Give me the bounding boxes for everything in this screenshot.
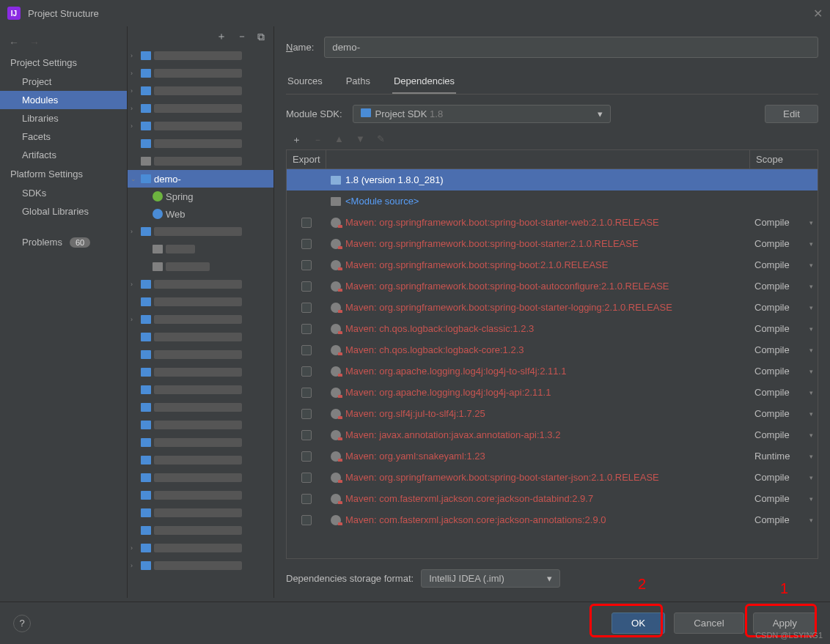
tree-row[interactable]: › — [128, 100, 273, 117]
chevron-down-icon[interactable]: ▾ — [809, 368, 813, 375]
tree-row[interactable] — [128, 434, 273, 451]
dependency-row[interactable]: Maven: org.springframework.boot:spring-b… — [287, 254, 818, 275]
export-checkbox[interactable] — [301, 303, 312, 313]
dependency-row[interactable]: Maven: org.yaml:snakeyaml:1.23Runtime▾ — [287, 445, 818, 467]
chevron-down-icon[interactable]: ▾ — [809, 495, 813, 503]
export-checkbox[interactable] — [301, 345, 312, 355]
tree-row[interactable]: › — [128, 557, 273, 574]
dependency-row[interactable]: 1.8 (version 1.8.0_281) — [287, 169, 818, 190]
column-export[interactable]: Export — [287, 150, 326, 169]
chevron-down-icon[interactable]: ▾ — [809, 347, 813, 354]
export-checkbox[interactable] — [301, 239, 312, 249]
tree-row[interactable] — [128, 469, 273, 486]
nav-item-artifacts[interactable]: Artifacts — [0, 146, 127, 164]
dependency-row[interactable]: Maven: org.apache.logging.log4j:log4j-to… — [287, 360, 818, 382]
chevron-down-icon[interactable]: ▾ — [809, 410, 813, 418]
dependency-row[interactable]: Maven: org.springframework.boot:spring-b… — [287, 233, 818, 254]
edit-sdk-button[interactable]: Edit — [765, 105, 818, 123]
tree-row[interactable] — [128, 399, 273, 416]
add-dependency-icon[interactable]: ＋ — [292, 133, 301, 147]
nav-item-libraries[interactable]: Libraries — [0, 109, 127, 127]
tree-row[interactable]: › — [128, 82, 273, 100]
tree-row-selected[interactable]: ⌄demo- — [128, 170, 273, 188]
chevron-down-icon[interactable]: ▾ — [809, 262, 813, 269]
tree-row[interactable] — [128, 416, 273, 434]
export-checkbox[interactable] — [301, 409, 312, 419]
tab-sources[interactable]: Sources — [286, 71, 324, 94]
chevron-down-icon[interactable]: ▾ — [809, 283, 813, 290]
chevron-down-icon[interactable]: ▾ — [809, 240, 813, 248]
tree-row-spring[interactable]: Spring — [128, 188, 273, 205]
chevron-down-icon[interactable]: ▾ — [809, 432, 813, 439]
storage-format-select[interactable]: IntelliJ IDEA (.iml) ▾ — [421, 569, 560, 588]
chevron-down-icon[interactable]: ▾ — [809, 474, 813, 481]
dependency-row[interactable]: Maven: org.slf4j:jul-to-slf4j:1.7.25Comp… — [287, 403, 818, 424]
export-checkbox[interactable] — [301, 473, 312, 483]
export-checkbox[interactable] — [301, 218, 312, 228]
tree-row[interactable] — [128, 522, 273, 539]
export-checkbox[interactable] — [301, 494, 312, 504]
chevron-down-icon[interactable]: ▾ — [809, 517, 813, 524]
tree-row[interactable]: › — [128, 64, 273, 82]
tree-row[interactable]: › — [128, 275, 273, 293]
tab-paths[interactable]: Paths — [345, 71, 372, 94]
tree-row[interactable] — [128, 504, 273, 522]
tree-row[interactable] — [128, 240, 273, 258]
close-icon[interactable]: ✕ — [813, 7, 823, 21]
add-module-icon[interactable]: ＋ — [216, 30, 227, 43]
dependency-row[interactable]: Maven: com.fasterxml.jackson.core:jackso… — [287, 509, 818, 530]
export-checkbox[interactable] — [301, 260, 312, 270]
dependency-row[interactable]: Maven: ch.qos.logback:logback-classic:1.… — [287, 318, 818, 339]
remove-module-icon[interactable]: － — [237, 30, 247, 43]
dependency-row[interactable]: Maven: com.fasterxml.jackson.core:jackso… — [287, 488, 818, 509]
tree-row[interactable]: › — [128, 311, 273, 328]
nav-item-modules[interactable]: Modules — [0, 91, 127, 109]
tree-row[interactable] — [128, 258, 273, 275]
nav-item-sdks[interactable]: SDKs — [0, 184, 127, 202]
column-name[interactable] — [326, 150, 750, 169]
dependency-row[interactable]: Maven: org.springframework.boot:spring-b… — [287, 275, 818, 297]
nav-item-project[interactable]: Project — [0, 73, 127, 91]
export-checkbox[interactable] — [301, 366, 312, 377]
export-checkbox[interactable] — [301, 388, 312, 398]
export-checkbox[interactable] — [301, 430, 312, 440]
tree-row[interactable]: › — [128, 117, 273, 135]
dependency-row[interactable]: Maven: ch.qos.logback:logback-core:1.2.3… — [287, 339, 818, 360]
tree-row[interactable] — [128, 135, 273, 152]
module-sdk-select[interactable]: Project SDK 1.8 ▾ — [353, 105, 611, 123]
export-checkbox[interactable] — [301, 324, 312, 334]
tree-row[interactable] — [128, 346, 273, 363]
export-checkbox[interactable] — [301, 515, 312, 525]
tree-row[interactable]: › — [128, 223, 273, 240]
module-name-input[interactable] — [324, 37, 818, 58]
nav-item-global-libraries[interactable]: Global Libraries — [0, 202, 127, 221]
tab-dependencies[interactable]: Dependencies — [392, 71, 456, 94]
export-checkbox[interactable] — [301, 451, 312, 462]
export-checkbox[interactable] — [301, 281, 312, 292]
column-scope[interactable]: Scope — [750, 150, 818, 169]
help-button[interactable]: ? — [13, 615, 31, 632]
tree-row[interactable]: › — [128, 47, 273, 64]
cancel-button[interactable]: Cancel — [674, 612, 744, 634]
tree-row[interactable] — [128, 152, 273, 170]
dependency-row[interactable]: Maven: javax.annotation:javax.annotation… — [287, 424, 818, 445]
copy-module-icon[interactable]: ⧉ — [257, 31, 265, 43]
dependency-row[interactable]: <Module source> — [287, 190, 818, 212]
nav-item-facets[interactable]: Facets — [0, 127, 127, 146]
chevron-down-icon[interactable]: ▾ — [809, 325, 813, 333]
dependency-row[interactable]: Maven: org.springframework.boot:spring-b… — [287, 297, 818, 318]
chevron-down-icon[interactable]: ▾ — [809, 453, 813, 460]
tree-row-web[interactable]: Web — [128, 205, 273, 223]
tree-row[interactable] — [128, 363, 273, 381]
chevron-down-icon[interactable]: ▾ — [809, 304, 813, 311]
tree-row[interactable] — [128, 293, 273, 311]
chevron-down-icon[interactable]: ▾ — [809, 389, 813, 396]
chevron-down-icon[interactable]: ▾ — [809, 219, 813, 226]
dependency-row[interactable]: Maven: org.springframework.boot:spring-b… — [287, 212, 818, 233]
dependency-row[interactable]: Maven: org.springframework.boot:spring-b… — [287, 467, 818, 488]
tree-row[interactable] — [128, 328, 273, 346]
tree-row[interactable]: › — [128, 539, 273, 557]
tree-row[interactable] — [128, 381, 273, 399]
nav-back-icon[interactable]: ← — [9, 37, 19, 48]
tree-row[interactable] — [128, 486, 273, 504]
